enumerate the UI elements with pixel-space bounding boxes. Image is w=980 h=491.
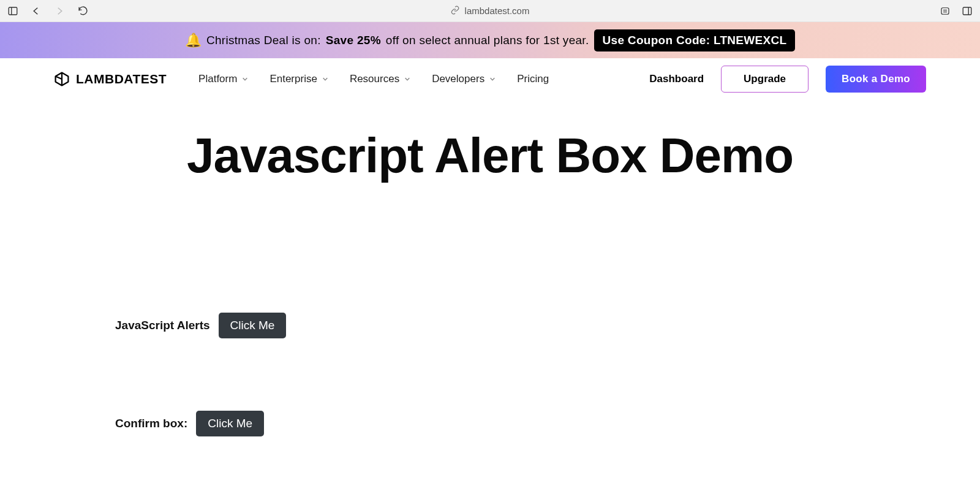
book-demo-button[interactable]: Book a Demo (826, 66, 926, 93)
alert-label: JavaScript Alerts (115, 319, 210, 332)
back-icon[interactable] (31, 6, 42, 17)
upgrade-button[interactable]: Upgrade (721, 66, 809, 93)
svg-rect-2 (941, 7, 949, 14)
promo-coupon: Use Coupon Code: LTNEWEXCL (594, 29, 796, 51)
nav-platform[interactable]: Platform (198, 73, 248, 85)
alert-row: JavaScript Alerts Click Me (115, 313, 865, 338)
brand-text: LAMBDATEST (76, 72, 167, 86)
svg-rect-5 (963, 7, 971, 15)
confirm-button[interactable]: Click Me (196, 411, 264, 436)
url-text: lambdatest.com (465, 6, 530, 16)
nav-pricing-label: Pricing (517, 73, 549, 85)
link-icon (451, 6, 460, 17)
page-title: Javascript Alert Box Demo (0, 128, 980, 184)
site-header: LAMBDATEST Platform Enterprise Resources… (0, 58, 980, 99)
sidebar-icon[interactable] (7, 6, 18, 17)
browser-toolbar: lambdatest.com (0, 0, 980, 22)
forward-icon (54, 6, 65, 17)
panel-right-icon[interactable] (962, 6, 973, 17)
reload-icon[interactable] (77, 6, 88, 17)
brand-logo[interactable]: LAMBDATEST (54, 71, 167, 87)
nav-developers[interactable]: Developers (432, 73, 496, 85)
chevron-down-icon (322, 76, 328, 82)
nav-resources-label: Resources (350, 73, 399, 85)
chevron-down-icon (404, 76, 410, 82)
promo-banner[interactable]: 🔔 Christmas Deal is on: Save 25% off on … (0, 22, 980, 58)
confirm-row: Confirm box: Click Me (115, 411, 865, 436)
chevron-down-icon (242, 76, 248, 82)
nav-pricing[interactable]: Pricing (517, 73, 549, 85)
chevron-down-icon (489, 76, 496, 82)
main-nav: Platform Enterprise Resources Developers… (198, 73, 549, 85)
confirm-label: Confirm box: (115, 417, 187, 430)
promo-prefix: Christmas Deal is on: (206, 34, 321, 47)
alert-button[interactable]: Click Me (219, 313, 287, 338)
svg-rect-0 (9, 7, 17, 15)
promo-suffix: off on select annual plans for 1st year. (386, 34, 589, 47)
reader-icon[interactable] (940, 6, 951, 17)
demo-section: JavaScript Alerts Click Me Confirm box: … (0, 313, 980, 491)
nav-developers-label: Developers (432, 73, 484, 85)
promo-bold: Save 25% (326, 34, 381, 47)
dashboard-link[interactable]: Dashboard (649, 73, 704, 85)
url-display[interactable]: lambdatest.com (451, 6, 530, 17)
lambdatest-logo-icon (54, 71, 70, 87)
nav-enterprise-label: Enterprise (270, 73, 317, 85)
nav-platform-label: Platform (198, 73, 237, 85)
bell-icon: 🔔 (185, 32, 202, 48)
nav-enterprise[interactable]: Enterprise (270, 73, 328, 85)
nav-resources[interactable]: Resources (350, 73, 410, 85)
